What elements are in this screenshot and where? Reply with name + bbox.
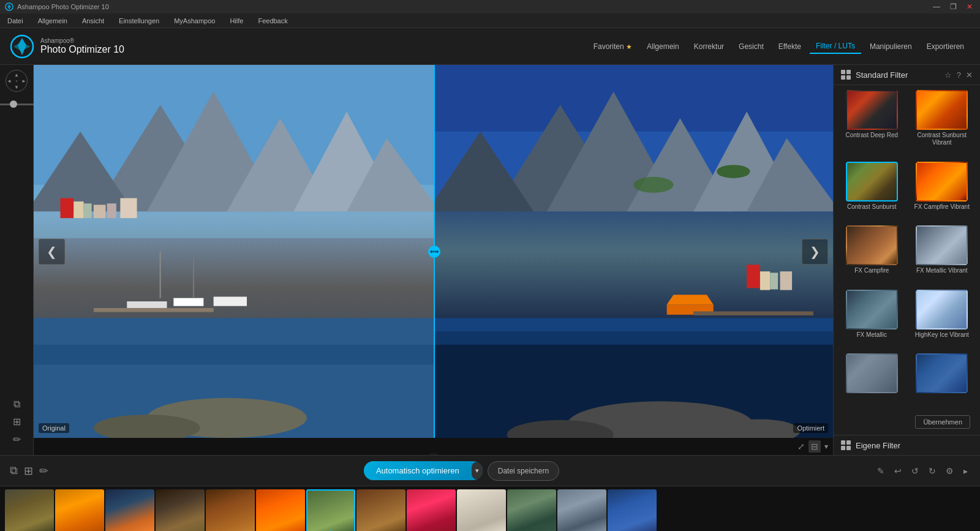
tool-draw-icon[interactable]: ✏ [39, 464, 48, 478]
strip-thumb-11[interactable] [507, 489, 556, 532]
nav-prev-button[interactable]: ❮ [39, 239, 65, 265]
nav-right[interactable]: ► [20, 78, 28, 84]
eigene-filter-section[interactable]: Eigene Filter [834, 435, 980, 455]
menu-hilfe[interactable]: Hilfe [227, 16, 246, 26]
auto-optimize-button[interactable]: Automatisch optimieren [364, 461, 472, 480]
tab-filter-luts[interactable]: Filter / LUTs [810, 39, 861, 54]
filter-thumb-highkey-ice-vibrant [916, 290, 968, 330]
label-original: Original [39, 423, 69, 433]
filter-item-contrast-sunburst[interactable]: Contrast Sunburst [839, 162, 905, 222]
filter-item-9[interactable] [839, 353, 905, 407]
strip-thumb-3[interactable] [105, 489, 154, 532]
filter-item-contrast-deep-red[interactable]: Contrast Deep Red [839, 90, 905, 158]
filter-title-text: Standard Filter [856, 70, 908, 80]
rotate-right-icon[interactable]: ↻ [926, 464, 938, 478]
filter-item-fx-metallic[interactable]: FX Metallic [839, 290, 905, 350]
eigene-filter-grid-icon [841, 440, 851, 450]
strip-thumb-13[interactable] [608, 489, 657, 532]
menu-einstellungen[interactable]: Einstellungen [116, 16, 162, 26]
menu-datei[interactable]: Datei [5, 16, 26, 26]
logo-icon [10, 34, 34, 59]
tab-korrektur[interactable]: Korrektur [688, 40, 730, 53]
svg-rect-41 [760, 271, 769, 290]
fullscreen-button[interactable]: ⤢ [797, 442, 805, 451]
nav-up[interactable]: ▲ [13, 72, 20, 78]
filter-thumb-10 [916, 353, 968, 393]
zoom-slider[interactable] [0, 104, 35, 105]
save-file-button[interactable]: Datei speichern [488, 461, 559, 481]
minimize-button[interactable]: — [930, 2, 943, 11]
maximize-button[interactable]: ❐ [948, 2, 959, 11]
svg-rect-40 [747, 265, 760, 288]
filter-thumb-contrast-deep-red [846, 90, 898, 130]
filter-label-fx-campfire-vibrant: FX Campfire Vibrant [914, 203, 970, 211]
split-handle[interactable]: ⟺ [428, 246, 440, 258]
split-line[interactable]: ⟺ [434, 65, 435, 438]
tool-paste-icon[interactable]: ⊞ [13, 416, 21, 427]
tool-copy-photo-icon[interactable]: ⧉ [10, 464, 18, 477]
filter-item-fx-metallic-vibrant[interactable]: FX Metallic Vibrant [909, 225, 976, 286]
strip-thumb-6[interactable] [256, 489, 305, 532]
tab-favoriten[interactable]: Favoriten ★ [587, 40, 638, 53]
filter-item-contrast-sunburst-vibrant[interactable]: Contrast Sunburst Vibrant [909, 90, 976, 158]
tab-allgemein[interactable]: Allgemein [641, 40, 685, 53]
svg-marker-45 [666, 295, 713, 304]
strip-thumb-12[interactable] [557, 489, 606, 532]
tool-paste-photo-icon[interactable]: ⊞ [24, 464, 33, 478]
bottom-right-tools: ✎ ↩ ↺ ↻ ⚙ ▸ [875, 464, 970, 478]
filter-label-fx-metallic-vibrant: FX Metallic Vibrant [916, 267, 968, 274]
tab-effekte[interactable]: Effekte [772, 40, 807, 53]
strip-thumb-7[interactable] [306, 489, 355, 532]
svg-rect-27 [434, 65, 834, 132]
navigation-circle[interactable]: ▲ ◄ ● ► ▼ [6, 70, 28, 92]
view-more-button[interactable]: ▾ [824, 442, 828, 451]
filter-help-icon[interactable]: ? [957, 70, 961, 80]
settings-icon[interactable]: ⚙ [943, 464, 956, 478]
tab-manipulieren[interactable]: Manipulieren [864, 40, 918, 53]
svg-rect-15 [94, 205, 106, 218]
strip-thumb-10[interactable] [457, 489, 506, 532]
strip-thumb-2[interactable] [55, 489, 104, 532]
tool-brush-icon[interactable]: ✏ [13, 434, 21, 445]
right-panel: Standard Filter ☆ ? ✕ Contrast Deep Red … [833, 65, 980, 455]
rotate-left-icon[interactable]: ↺ [909, 464, 921, 478]
strip-thumb-5[interactable] [206, 489, 255, 532]
strip-thumb-8[interactable] [356, 489, 405, 532]
menu-ansicht[interactable]: Ansicht [80, 16, 107, 26]
nav-left[interactable]: ◄ [6, 78, 13, 84]
filter-thumb-fx-campfire-vibrant [916, 162, 968, 201]
split-view-button[interactable]: ⊟ [809, 440, 821, 453]
filter-item-fx-campfire-vibrant[interactable]: FX Campfire Vibrant [909, 162, 976, 222]
filter-item-fx-campfire[interactable]: FX Campfire [839, 225, 905, 286]
tool-copy-icon[interactable]: ⧉ [13, 399, 20, 410]
titlebar: Ashampoo Photo Optimizer 10 — ❐ ✕ [0, 0, 980, 13]
menu-feedback[interactable]: Feedback [255, 16, 290, 26]
edit-tool-icon[interactable]: ✎ [875, 464, 887, 478]
undo-icon[interactable]: ↩ [892, 464, 904, 478]
filter-item-highkey-ice-vibrant[interactable]: HighKey Ice Vibrant [909, 290, 976, 350]
filter-label-fx-campfire: FX Campfire [854, 267, 889, 274]
tab-exportieren[interactable]: Exportieren [921, 40, 970, 53]
filter-close-icon[interactable]: ✕ [966, 70, 973, 80]
menu-myashampoo[interactable]: MyAshampoo [172, 16, 217, 26]
nav-center[interactable]: ● [13, 78, 20, 84]
strip-thumb-4[interactable] [156, 489, 205, 532]
nav-down[interactable]: ▼ [13, 84, 20, 90]
more-options-icon[interactable]: ▸ [961, 464, 970, 478]
menu-allgemein[interactable]: Allgemein [36, 16, 70, 26]
nav-tabs: Favoriten ★ Allgemein Korrektur Gesicht … [587, 39, 970, 54]
titlebar-controls[interactable]: — ❐ ✕ [930, 2, 975, 11]
auto-optimize-dropdown[interactable]: ▾ [472, 462, 483, 480]
grid-icon [841, 70, 851, 80]
filter-item-10[interactable] [909, 353, 976, 407]
svg-rect-14 [84, 203, 92, 218]
filter-label-contrast-sunburst: Contrast Sunburst [847, 203, 897, 211]
ubernehmen-button[interactable]: Übernehmen [915, 415, 970, 429]
menubar: Datei Allgemein Ansicht Einstellungen My… [0, 13, 980, 28]
strip-thumb-1[interactable] [5, 489, 54, 532]
tab-gesicht[interactable]: Gesicht [733, 40, 770, 53]
close-button[interactable]: ✕ [964, 2, 975, 11]
nav-next-button[interactable]: ❯ [802, 239, 828, 265]
filter-favorite-icon[interactable]: ☆ [944, 70, 952, 80]
strip-thumb-9[interactable] [407, 489, 456, 532]
